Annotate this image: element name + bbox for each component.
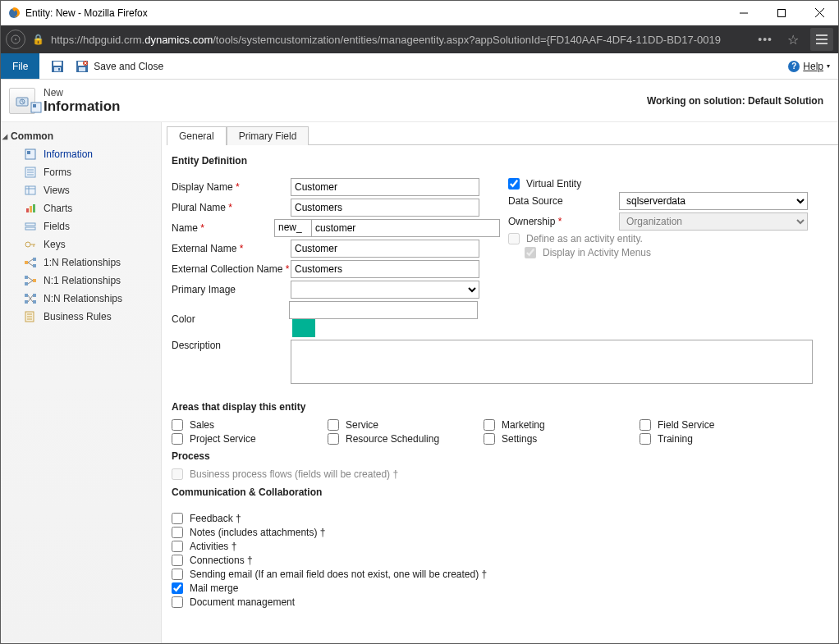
save-and-close-label: Save and Close (94, 61, 163, 72)
checkbox-area-project-service[interactable] (172, 433, 183, 445)
checkbox-display-activity-menus (525, 247, 536, 258)
sidebar-item-views[interactable]: Views (1, 181, 161, 199)
name-prefix: new_ (274, 219, 311, 237)
checkbox-comm-1[interactable] (172, 527, 183, 538)
help-label: Help (803, 61, 823, 72)
color-swatch[interactable] (292, 319, 315, 337)
svg-rect-40 (33, 264, 36, 267)
tab-general[interactable]: General (167, 126, 227, 145)
sidebar-group-common[interactable]: Common (1, 129, 161, 145)
business-rules-icon (24, 310, 37, 323)
input-name[interactable] (311, 219, 500, 237)
help-icon: ? (788, 61, 800, 72)
help-button[interactable]: ? Help ▾ (780, 53, 838, 79)
menu-button[interactable] (810, 28, 833, 51)
sidebar-item-nn[interactable]: N:N Relationships (1, 290, 161, 308)
input-color[interactable] (289, 301, 478, 319)
checkbox-area-marketing[interactable] (484, 419, 495, 431)
checkbox-area-settings[interactable] (484, 433, 495, 445)
label-description: Description (172, 340, 291, 351)
file-menu[interactable]: File (1, 53, 39, 79)
chevron-down-icon: ▾ (827, 62, 830, 70)
checkbox-comm-3[interactable] (172, 555, 183, 566)
save-button[interactable] (51, 53, 64, 79)
svg-rect-31 (30, 206, 32, 212)
svg-rect-50 (33, 294, 36, 297)
tabstrip: General Primary Field (167, 126, 838, 145)
sidebar-item-business-rules[interactable]: Business Rules (1, 308, 161, 326)
identity-button[interactable] (6, 30, 25, 49)
bookmark-icon[interactable]: ☆ (782, 32, 804, 48)
sidebar-item-keys[interactable]: Keys (1, 235, 161, 253)
section-process: Process (172, 450, 827, 462)
svg-rect-22 (27, 151, 30, 154)
save-close-icon (76, 60, 89, 73)
section-entity-definition: Entity Definition (172, 155, 827, 167)
checkbox-comm-6[interactable] (172, 596, 183, 608)
input-external-name[interactable] (291, 240, 479, 258)
app-toolbar: File Save and Close ? Help ▾ (1, 53, 838, 80)
sidebar-item-forms[interactable]: Forms (1, 163, 161, 181)
label-bpf: Business process flows (fields will be c… (190, 468, 398, 480)
checkbox-area-service[interactable] (328, 419, 339, 431)
checkbox-comm-5[interactable] (172, 582, 183, 594)
label-name: Name (172, 222, 198, 234)
checkbox-area-training[interactable] (640, 433, 651, 445)
label-primary-image: Primary Image (172, 284, 291, 295)
select-data-source[interactable]: sqlserverdata (619, 192, 808, 210)
svg-line-41 (28, 259, 33, 263)
svg-rect-48 (25, 294, 28, 297)
checkbox-area-field-service[interactable] (640, 419, 651, 431)
url-text[interactable]: https://hdpguid.crm.dynamics.com/tools/s… (51, 34, 748, 46)
textarea-description[interactable] (291, 340, 813, 384)
svg-rect-49 (25, 300, 28, 304)
svg-rect-33 (25, 223, 35, 226)
label-plural-name: Plural Name (172, 202, 226, 213)
checkbox-comm-0[interactable] (172, 513, 183, 524)
label-display-name: Display Name (172, 181, 233, 193)
minimize-button[interactable] (725, 1, 763, 25)
svg-rect-10 (58, 68, 60, 71)
page-title: Information (44, 98, 121, 115)
sidebar-item-n1[interactable]: N:1 Relationships (1, 272, 161, 290)
svg-rect-45 (25, 282, 28, 285)
lock-icon: 🔒 (32, 34, 44, 45)
label-define-activity: Define as an activity entity. (526, 233, 643, 244)
checkbox-area-sales[interactable] (172, 419, 183, 431)
tab-primary-field[interactable]: Primary Field (227, 126, 309, 145)
sidebar-item-fields[interactable]: Fields (1, 217, 161, 235)
page-subtitle: New (44, 87, 121, 98)
forms-icon (24, 166, 37, 179)
charts-icon (24, 202, 37, 215)
svg-rect-38 (25, 261, 28, 264)
select-primary-image[interactable] (291, 281, 479, 299)
svg-rect-20 (33, 104, 36, 107)
input-plural-name[interactable] (291, 199, 479, 217)
label-ownership: Ownership (508, 216, 555, 227)
sidebar-item-1n[interactable]: 1:N Relationships (1, 253, 161, 272)
checkbox-area-resource-scheduling[interactable] (328, 433, 339, 445)
info-mini-icon (30, 102, 42, 113)
sidebar-item-charts[interactable]: Charts (1, 199, 161, 217)
checkbox-comm-4[interactable] (172, 569, 183, 580)
page-actions-icon[interactable]: ••• (754, 33, 776, 46)
label-virtual-entity: Virtual Entity (526, 178, 581, 190)
input-external-collection-name[interactable] (291, 260, 479, 278)
information-icon (24, 148, 37, 161)
svg-rect-44 (25, 276, 28, 279)
close-button[interactable] (800, 1, 838, 25)
rel-1n-icon (24, 256, 37, 269)
svg-point-6 (15, 39, 16, 40)
label-external-collection-name: External Collection Name (172, 263, 282, 275)
checkbox-virtual-entity[interactable] (508, 178, 520, 190)
checkbox-comm-2[interactable] (172, 541, 183, 552)
input-display-name[interactable] (291, 178, 479, 196)
window-titlebar: Entity: New - Mozilla Firefox (1, 1, 838, 25)
svg-point-35 (25, 242, 30, 247)
svg-rect-27 (25, 186, 35, 194)
maximize-button[interactable] (763, 1, 800, 25)
save-and-close-button[interactable]: Save and Close (69, 53, 170, 79)
svg-rect-13 (79, 67, 85, 71)
svg-rect-43 (33, 279, 36, 282)
solution-label: Working on solution: Default Solution (647, 95, 830, 107)
